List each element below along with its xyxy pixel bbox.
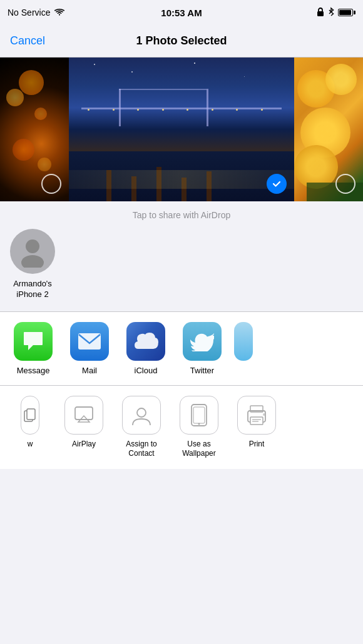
twitter-icon <box>183 322 222 361</box>
airdrop-device-name-armando: Armando'siPhone 2 <box>13 279 52 300</box>
airplay-icon <box>64 396 103 435</box>
airdrop-devices: Armando'siPhone 2 <box>0 229 363 300</box>
nav-bar: Cancel 1 Photo Selected <box>0 25 363 58</box>
assign-contact-label: Assign toContact <box>119 440 164 459</box>
utility-action-wallpaper[interactable]: Use asWallpaper <box>170 396 228 459</box>
svg-point-1 <box>26 239 39 253</box>
svg-rect-9 <box>193 407 205 423</box>
photo-flowers[interactable] <box>294 58 363 201</box>
message-label: Message <box>17 366 50 375</box>
copy-label: w <box>8 440 53 450</box>
utility-action-copy[interactable]: w <box>5 396 55 459</box>
cancel-button[interactable]: Cancel <box>10 34 45 48</box>
svg-rect-0 <box>317 11 324 16</box>
share-action-message[interactable]: Message <box>5 322 61 375</box>
carrier-label: No Service <box>8 8 50 18</box>
share-action-twitter[interactable]: Twitter <box>174 322 230 375</box>
photo-strip <box>0 58 363 201</box>
svg-rect-13 <box>250 417 263 425</box>
svg-rect-5 <box>27 409 35 420</box>
wallpaper-icon <box>180 396 218 435</box>
assign-contact-icon <box>122 396 161 435</box>
wallpaper-label: Use asWallpaper <box>176 440 222 459</box>
photo-bridge[interactable] <box>69 58 294 201</box>
icloud-label: iCloud <box>135 366 158 375</box>
status-left: No Service <box>8 8 65 18</box>
message-icon <box>14 322 53 361</box>
bridge-bg <box>69 58 294 201</box>
utility-actions-inner: w AirPlay Assign toContact <box>0 396 363 459</box>
svg-point-16 <box>263 413 265 416</box>
share-action-mail[interactable]: Mail <box>61 322 118 375</box>
airdrop-device-armando[interactable]: Armando'siPhone 2 <box>10 229 55 300</box>
airdrop-section: Tap to share with AirDrop Armando'siPhon… <box>0 201 363 312</box>
svg-rect-3 <box>78 333 101 350</box>
share-action-icloud[interactable]: iCloud <box>118 322 174 375</box>
svg-rect-6 <box>75 407 93 420</box>
photo-flowers-select[interactable] <box>335 174 355 194</box>
utility-action-assign-contact[interactable]: Assign toContact <box>113 396 170 459</box>
utility-actions-row: w AirPlay Assign toContact <box>0 386 363 469</box>
print-icon <box>237 396 276 435</box>
bluetooth-icon <box>328 7 334 18</box>
svg-point-7 <box>137 408 146 417</box>
photo-bridge-select[interactable] <box>267 174 287 194</box>
mail-label: Mail <box>82 366 97 375</box>
utility-action-print[interactable]: Print <box>228 396 285 459</box>
mail-icon <box>70 322 109 361</box>
svg-point-10 <box>198 423 200 425</box>
status-right <box>317 7 355 18</box>
share-action-more[interactable] <box>230 322 257 375</box>
battery-icon <box>338 9 355 16</box>
photo-bokeh-select[interactable] <box>41 174 61 194</box>
utility-action-airplay[interactable]: AirPlay <box>55 396 113 459</box>
airdrop-avatar-armando <box>10 229 55 274</box>
lock-icon <box>317 7 324 18</box>
share-actions-row: Message Mail iCloud <box>0 312 363 386</box>
photo-bokeh[interactable] <box>0 58 69 201</box>
icloud-icon <box>126 322 165 361</box>
status-bar: No Service 10:53 AM <box>0 0 363 25</box>
airdrop-label: Tap to share with AirDrop <box>0 210 363 220</box>
svg-point-2 <box>21 255 44 268</box>
print-label: Print <box>234 440 279 450</box>
more-share-icon <box>234 322 253 361</box>
nav-title: 1 Photo Selected <box>136 34 227 48</box>
copy-icon <box>21 396 39 435</box>
wifi-icon <box>54 8 65 18</box>
share-actions-inner: Message Mail iCloud <box>0 322 363 375</box>
twitter-label: Twitter <box>190 366 214 375</box>
airplay-label: AirPlay <box>61 440 106 450</box>
status-time: 10:53 AM <box>161 8 202 18</box>
